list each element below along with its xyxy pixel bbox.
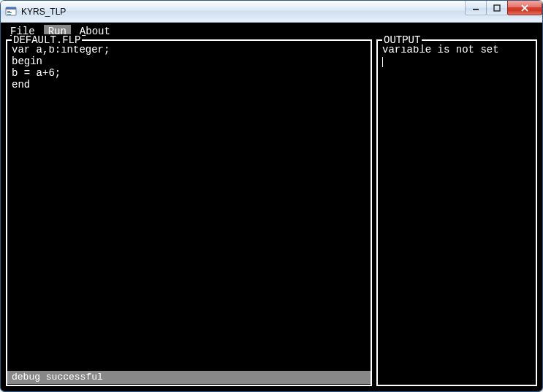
output-panel: OUTPUT variable is not set bbox=[376, 39, 537, 386]
svg-rect-3 bbox=[7, 12, 12, 13]
svg-rect-5 bbox=[473, 9, 479, 10]
svg-rect-6 bbox=[494, 5, 500, 11]
app-window: KYRS_TLP File Run About DEFAULT.FL bbox=[0, 0, 543, 392]
panels: DEFAULT.FLP var a,b:integer; begin b = a… bbox=[1, 39, 542, 391]
close-icon bbox=[520, 4, 529, 12]
svg-rect-4 bbox=[7, 14, 11, 15]
minimize-button[interactable] bbox=[465, 1, 487, 15]
output-panel-title: OUTPUT bbox=[382, 34, 422, 46]
minimize-icon bbox=[472, 4, 479, 12]
maximize-icon bbox=[493, 4, 501, 12]
svg-rect-1 bbox=[6, 7, 16, 9]
menu-about-rest: bout bbox=[86, 26, 110, 37]
titlebar[interactable]: KYRS_TLP bbox=[1, 1, 542, 23]
app-icon bbox=[5, 6, 17, 18]
svg-rect-2 bbox=[7, 11, 10, 12]
output-content: variable is not set bbox=[378, 41, 536, 385]
window-controls bbox=[466, 1, 542, 15]
status-bar: debug successful bbox=[7, 371, 371, 384]
editor-content[interactable]: var a,b:integer; begin b = a+6; end bbox=[7, 41, 371, 371]
maximize-button[interactable] bbox=[486, 1, 508, 15]
editor-panel: DEFAULT.FLP var a,b:integer; begin b = a… bbox=[6, 39, 372, 386]
text-cursor-icon bbox=[382, 57, 383, 67]
window-title: KYRS_TLP bbox=[21, 7, 66, 17]
menubar: File Run About bbox=[1, 23, 542, 39]
editor-panel-title: DEFAULT.FLP bbox=[12, 34, 82, 46]
close-button[interactable] bbox=[507, 1, 542, 15]
client-area: File Run About DEFAULT.FLP var a,b:integ… bbox=[1, 23, 542, 391]
